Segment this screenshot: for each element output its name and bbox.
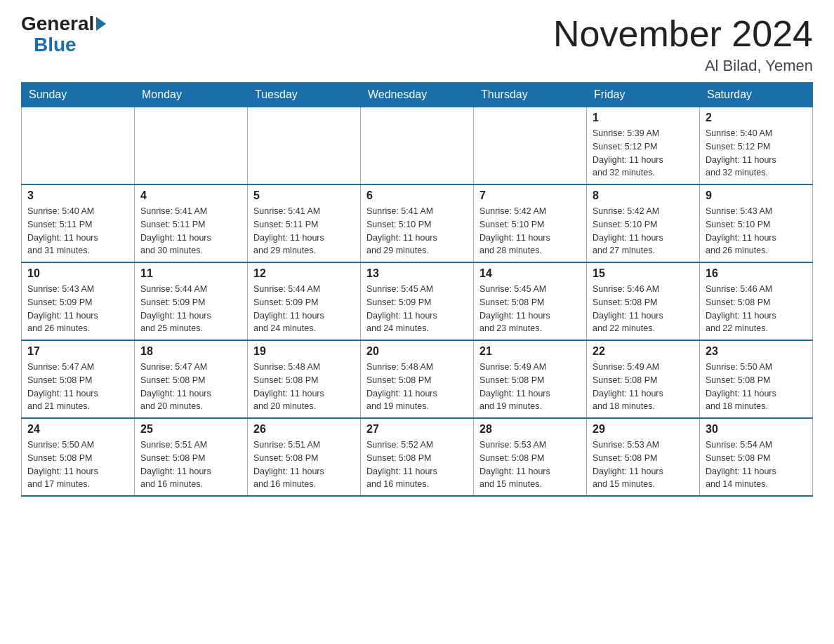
calendar-cell: 22Sunrise: 5:49 AM Sunset: 5:08 PM Dayli… [587, 340, 700, 418]
calendar-week-5: 24Sunrise: 5:50 AM Sunset: 5:08 PM Dayli… [22, 418, 813, 496]
day-number: 29 [593, 423, 694, 436]
day-info: Sunrise: 5:49 AM Sunset: 5:08 PM Dayligh… [479, 361, 581, 413]
calendar-cell: 2Sunrise: 5:40 AM Sunset: 5:12 PM Daylig… [700, 107, 813, 185]
day-number: 1 [593, 112, 694, 124]
calendar-cell: 23Sunrise: 5:50 AM Sunset: 5:08 PM Dayli… [700, 340, 813, 418]
calendar-cell: 7Sunrise: 5:42 AM Sunset: 5:10 PM Daylig… [474, 185, 587, 262]
calendar-cell [361, 107, 474, 185]
logo-general: General [21, 14, 94, 34]
day-info: Sunrise: 5:50 AM Sunset: 5:08 PM Dayligh… [706, 361, 807, 413]
day-info: Sunrise: 5:45 AM Sunset: 5:08 PM Dayligh… [479, 283, 581, 335]
calendar-cell: 25Sunrise: 5:51 AM Sunset: 5:08 PM Dayli… [135, 418, 248, 496]
day-number: 18 [140, 345, 241, 358]
day-number: 20 [366, 345, 468, 358]
calendar-cell [22, 107, 135, 185]
day-number: 8 [593, 189, 694, 202]
calendar-cell: 10Sunrise: 5:43 AM Sunset: 5:09 PM Dayli… [22, 262, 135, 340]
day-number: 23 [706, 345, 807, 358]
calendar-cell: 28Sunrise: 5:53 AM Sunset: 5:08 PM Dayli… [474, 418, 587, 496]
weekday-header-friday: Friday [587, 83, 700, 107]
day-number: 11 [140, 267, 241, 280]
day-info: Sunrise: 5:54 AM Sunset: 5:08 PM Dayligh… [706, 438, 807, 491]
weekday-header-wednesday: Wednesday [361, 83, 474, 107]
calendar-cell: 24Sunrise: 5:50 AM Sunset: 5:08 PM Dayli… [22, 418, 135, 496]
day-number: 9 [706, 189, 807, 202]
weekday-header-sunday: Sunday [22, 83, 135, 107]
day-info: Sunrise: 5:51 AM Sunset: 5:08 PM Dayligh… [140, 438, 241, 491]
calendar-table: SundayMondayTuesdayWednesdayThursdayFrid… [21, 82, 813, 497]
calendar-week-3: 10Sunrise: 5:43 AM Sunset: 5:09 PM Dayli… [22, 262, 813, 340]
day-info: Sunrise: 5:45 AM Sunset: 5:09 PM Dayligh… [366, 283, 468, 335]
calendar-cell: 27Sunrise: 5:52 AM Sunset: 5:08 PM Dayli… [361, 418, 474, 496]
calendar-header-row: SundayMondayTuesdayWednesdayThursdayFrid… [22, 83, 813, 107]
calendar-cell: 15Sunrise: 5:46 AM Sunset: 5:08 PM Dayli… [587, 262, 700, 340]
calendar-cell: 30Sunrise: 5:54 AM Sunset: 5:08 PM Dayli… [700, 418, 813, 496]
calendar-cell: 12Sunrise: 5:44 AM Sunset: 5:09 PM Dayli… [248, 262, 361, 340]
calendar-cell [474, 107, 587, 185]
logo-blue: Blue [34, 35, 77, 55]
calendar-cell: 1Sunrise: 5:39 AM Sunset: 5:12 PM Daylig… [587, 107, 700, 185]
day-number: 14 [479, 267, 581, 280]
day-info: Sunrise: 5:44 AM Sunset: 5:09 PM Dayligh… [140, 283, 241, 335]
day-number: 30 [706, 423, 807, 436]
day-info: Sunrise: 5:52 AM Sunset: 5:08 PM Dayligh… [366, 438, 468, 491]
weekday-header-saturday: Saturday [700, 83, 813, 107]
day-info: Sunrise: 5:40 AM Sunset: 5:11 PM Dayligh… [27, 205, 128, 257]
calendar-cell: 21Sunrise: 5:49 AM Sunset: 5:08 PM Dayli… [474, 340, 587, 418]
calendar-cell [248, 107, 361, 185]
calendar-cell: 13Sunrise: 5:45 AM Sunset: 5:09 PM Dayli… [361, 262, 474, 340]
day-number: 2 [706, 112, 807, 124]
page-header: General Blue November 2024 Al Bilad, Yem… [21, 14, 813, 75]
day-info: Sunrise: 5:47 AM Sunset: 5:08 PM Dayligh… [140, 361, 241, 413]
day-info: Sunrise: 5:47 AM Sunset: 5:08 PM Dayligh… [27, 361, 128, 413]
calendar-week-1: 1Sunrise: 5:39 AM Sunset: 5:12 PM Daylig… [22, 107, 813, 185]
day-info: Sunrise: 5:44 AM Sunset: 5:09 PM Dayligh… [253, 283, 355, 335]
day-number: 6 [366, 189, 468, 202]
day-info: Sunrise: 5:53 AM Sunset: 5:08 PM Dayligh… [479, 438, 581, 491]
day-number: 28 [479, 423, 581, 436]
main-title: November 2024 [553, 14, 813, 54]
calendar-cell: 8Sunrise: 5:42 AM Sunset: 5:10 PM Daylig… [587, 185, 700, 262]
calendar-cell: 3Sunrise: 5:40 AM Sunset: 5:11 PM Daylig… [22, 185, 135, 262]
day-info: Sunrise: 5:46 AM Sunset: 5:08 PM Dayligh… [706, 283, 807, 335]
calendar-cell: 14Sunrise: 5:45 AM Sunset: 5:08 PM Dayli… [474, 262, 587, 340]
weekday-header-tuesday: Tuesday [248, 83, 361, 107]
day-info: Sunrise: 5:50 AM Sunset: 5:08 PM Dayligh… [27, 438, 128, 491]
day-info: Sunrise: 5:43 AM Sunset: 5:10 PM Dayligh… [706, 205, 807, 257]
calendar-cell: 9Sunrise: 5:43 AM Sunset: 5:10 PM Daylig… [700, 185, 813, 262]
day-number: 3 [27, 189, 128, 202]
weekday-header-monday: Monday [135, 83, 248, 107]
day-info: Sunrise: 5:42 AM Sunset: 5:10 PM Dayligh… [593, 205, 694, 257]
calendar-cell: 26Sunrise: 5:51 AM Sunset: 5:08 PM Dayli… [248, 418, 361, 496]
day-info: Sunrise: 5:42 AM Sunset: 5:10 PM Dayligh… [479, 205, 581, 257]
calendar-cell: 5Sunrise: 5:41 AM Sunset: 5:11 PM Daylig… [248, 185, 361, 262]
day-info: Sunrise: 5:40 AM Sunset: 5:12 PM Dayligh… [706, 127, 807, 180]
day-info: Sunrise: 5:53 AM Sunset: 5:08 PM Dayligh… [593, 438, 694, 491]
calendar-week-4: 17Sunrise: 5:47 AM Sunset: 5:08 PM Dayli… [22, 340, 813, 418]
day-number: 5 [253, 189, 355, 202]
day-info: Sunrise: 5:41 AM Sunset: 5:11 PM Dayligh… [253, 205, 355, 257]
day-info: Sunrise: 5:46 AM Sunset: 5:08 PM Dayligh… [593, 283, 694, 335]
calendar-cell: 29Sunrise: 5:53 AM Sunset: 5:08 PM Dayli… [587, 418, 700, 496]
day-info: Sunrise: 5:51 AM Sunset: 5:08 PM Dayligh… [253, 438, 355, 491]
day-number: 15 [593, 267, 694, 280]
calendar-cell: 19Sunrise: 5:48 AM Sunset: 5:08 PM Dayli… [248, 340, 361, 418]
calendar-cell: 4Sunrise: 5:41 AM Sunset: 5:11 PM Daylig… [135, 185, 248, 262]
calendar-cell: 18Sunrise: 5:47 AM Sunset: 5:08 PM Dayli… [135, 340, 248, 418]
day-number: 10 [27, 267, 128, 280]
day-number: 7 [479, 189, 581, 202]
calendar-cell: 11Sunrise: 5:44 AM Sunset: 5:09 PM Dayli… [135, 262, 248, 340]
day-info: Sunrise: 5:48 AM Sunset: 5:08 PM Dayligh… [253, 361, 355, 413]
day-number: 12 [253, 267, 355, 280]
logo-triangle-icon [96, 17, 106, 31]
calendar-cell: 6Sunrise: 5:41 AM Sunset: 5:10 PM Daylig… [361, 185, 474, 262]
day-number: 17 [27, 345, 128, 358]
subtitle: Al Bilad, Yemen [553, 57, 813, 75]
day-number: 25 [140, 423, 241, 436]
calendar-week-2: 3Sunrise: 5:40 AM Sunset: 5:11 PM Daylig… [22, 185, 813, 262]
day-number: 27 [366, 423, 468, 436]
day-info: Sunrise: 5:39 AM Sunset: 5:12 PM Dayligh… [593, 127, 694, 180]
day-info: Sunrise: 5:48 AM Sunset: 5:08 PM Dayligh… [366, 361, 468, 413]
calendar-cell: 16Sunrise: 5:46 AM Sunset: 5:08 PM Dayli… [700, 262, 813, 340]
day-number: 26 [253, 423, 355, 436]
